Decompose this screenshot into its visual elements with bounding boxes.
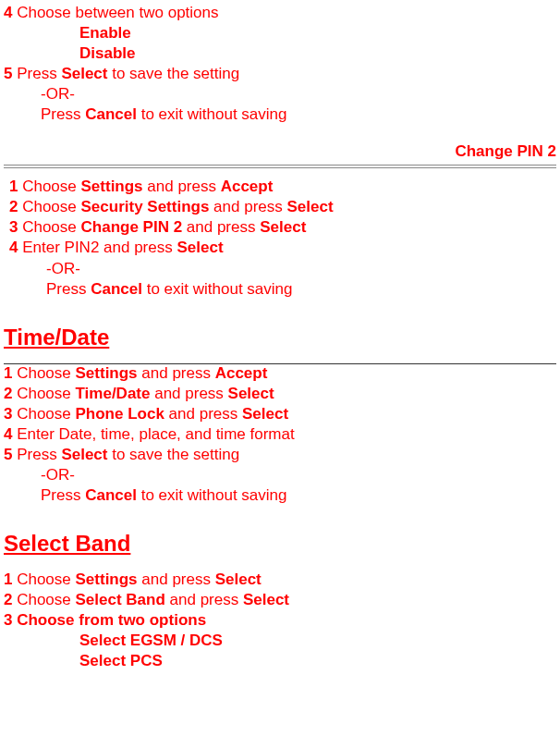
- step-num: 3: [9, 218, 22, 236]
- text: to save the setting: [107, 446, 239, 463]
- step-num: 1: [4, 364, 17, 382]
- top-section: 4 Choose between two options Enable Disa…: [4, 4, 556, 124]
- step-3: 3 Choose from two options: [4, 611, 556, 630]
- press-cancel: Press Cancel to exit without saving: [4, 486, 556, 505]
- text: and press: [143, 178, 221, 195]
- step-2: 2 Choose Security Settings and press Sel…: [9, 198, 556, 216]
- step-num: 4: [4, 425, 17, 443]
- text: Choose: [17, 364, 75, 382]
- time-date-heading: Time/Date: [4, 325, 556, 350]
- kw-time-date: Time/Date: [76, 385, 151, 402]
- press-cancel: Press Cancel to exit without saving: [4, 105, 556, 124]
- step-num: 3: [4, 405, 17, 423]
- time-date-section: 1 Choose Settings and press Accept 2 Cho…: [4, 364, 556, 505]
- step-num: 1: [9, 178, 22, 195]
- step-1: 1 Choose Settings and press Accept: [4, 364, 556, 383]
- step-5: 5 Press Select to save the setting: [4, 446, 556, 464]
- step-num: 1: [4, 570, 17, 588]
- kw-select: Select: [215, 570, 262, 588]
- step-2: 2 Choose Select Band and press Select: [4, 591, 556, 609]
- step-1: 1 Choose Settings and press Accept: [9, 178, 556, 196]
- select-band-section: 1 Choose Settings and press Select 2 Cho…: [4, 570, 556, 670]
- kw-cancel: Cancel: [91, 280, 142, 298]
- step-num: 4: [9, 239, 22, 256]
- kw-cancel: Cancel: [85, 105, 137, 123]
- or-text: -OR-: [4, 85, 556, 104]
- kw-select: Select: [61, 446, 107, 463]
- text: and press: [182, 218, 260, 236]
- kw-settings: Settings: [81, 178, 143, 195]
- kw-select: Select: [61, 65, 107, 82]
- kw-select: Select: [242, 405, 288, 423]
- option-disable: Disable: [4, 44, 556, 63]
- kw-security-settings: Security Settings: [81, 198, 210, 215]
- kw-select: Select: [243, 591, 289, 608]
- kw-select: Select: [287, 198, 334, 215]
- change-pin-2-section: 1 Choose Settings and press Accept 2 Cho…: [4, 178, 556, 298]
- step-4: 4 Enter Date, time, place, and time form…: [4, 425, 556, 444]
- kw-change-pin-2: Change PIN 2: [81, 218, 183, 236]
- change-pin-2-heading: Change PIN 2: [4, 142, 556, 161]
- text: Press: [41, 486, 85, 504]
- text: Press: [17, 446, 61, 463]
- text: to exit without saving: [142, 280, 293, 298]
- step-5: 5 Press Select to save the setting: [4, 65, 556, 83]
- text: to save the setting: [107, 65, 239, 82]
- text: and press: [209, 198, 286, 215]
- text: and press: [150, 385, 227, 402]
- or-text: -OR-: [4, 466, 556, 485]
- text: Press: [17, 65, 61, 82]
- divider: [4, 165, 556, 166]
- step-text: Choose between two options: [17, 4, 218, 21]
- kw-select: Select: [177, 239, 223, 256]
- option-egsm-dcs: Select EGSM / DCS: [4, 632, 556, 650]
- kw-accept: Accept: [215, 364, 268, 382]
- kw-select: Select: [228, 385, 274, 402]
- text: Enter Date, time, place, and time format: [17, 425, 294, 443]
- step-num: 2: [4, 385, 17, 402]
- kw-select: Select: [260, 218, 306, 236]
- select-band-heading: Select Band: [4, 531, 556, 557]
- text: and press: [138, 570, 215, 588]
- text: Choose: [22, 178, 80, 195]
- kw-settings: Settings: [76, 364, 138, 382]
- text: to exit without saving: [137, 486, 287, 504]
- step-4: 4 Choose between two options: [4, 4, 556, 22]
- text: and press: [164, 405, 242, 423]
- step-num: 5: [4, 65, 17, 82]
- step-num: 2: [4, 591, 17, 608]
- text: Choose: [22, 198, 80, 215]
- step-3: 3 Choose Phone Lock and press Select: [4, 405, 556, 423]
- or-text: -OR-: [9, 260, 556, 278]
- text: Choose: [17, 405, 75, 423]
- option-pcs: Select PCS: [4, 652, 556, 670]
- press-cancel: Press Cancel to exit without saving: [9, 280, 556, 299]
- option-enable: Enable: [4, 24, 556, 43]
- step-4: 4 Enter PIN2 and press Select: [9, 239, 556, 257]
- text: Choose: [17, 591, 75, 608]
- kw-select-band: Select Band: [76, 591, 165, 608]
- text: Press: [41, 105, 85, 123]
- text: Choose: [17, 570, 75, 588]
- step-num: 4: [4, 4, 17, 21]
- text: and press: [165, 591, 243, 608]
- step-num: 5: [4, 446, 17, 463]
- kw-settings: Settings: [76, 570, 138, 588]
- step-1: 1 Choose Settings and press Select: [4, 570, 556, 589]
- text: Press: [46, 280, 91, 298]
- step-3: 3 Choose Change PIN 2 and press Select: [9, 218, 556, 237]
- step-num: 2: [9, 198, 22, 215]
- text: to exit without saving: [137, 105, 287, 123]
- text: Enter PIN2 and press: [22, 239, 177, 256]
- text: Choose: [17, 385, 75, 402]
- kw-cancel: Cancel: [85, 486, 137, 504]
- kw-accept: Accept: [221, 178, 274, 195]
- kw-phone-lock: Phone Lock: [76, 405, 164, 423]
- text: and press: [138, 364, 215, 382]
- text: Choose: [22, 218, 80, 236]
- step-2: 2 Choose Time/Date and press Select: [4, 385, 556, 403]
